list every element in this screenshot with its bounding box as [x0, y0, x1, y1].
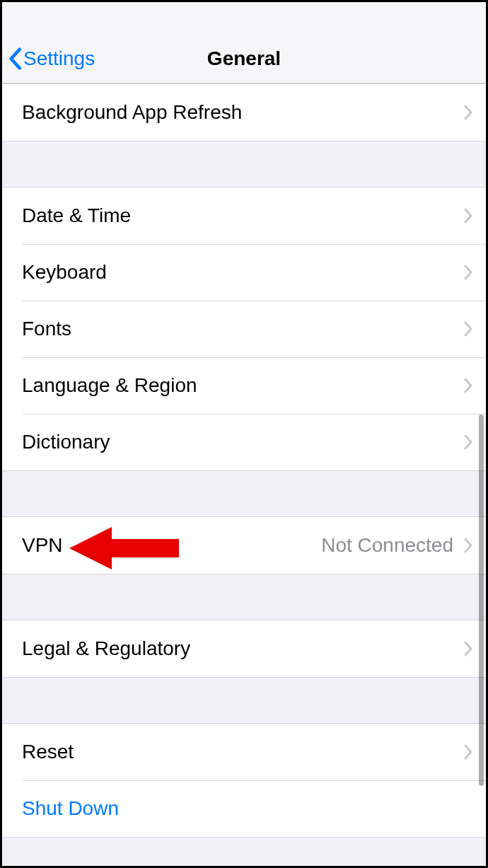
row-background-app-refresh[interactable]: Background App Refresh	[2, 84, 486, 141]
row-fonts[interactable]: Fonts	[2, 301, 486, 357]
row-keyboard[interactable]: Keyboard	[2, 244, 486, 301]
settings-group: ResetShut Down	[2, 723, 486, 838]
settings-group: VPNNot Connected	[2, 516, 486, 574]
chevron-right-icon	[463, 207, 473, 224]
row-date-time[interactable]: Date & Time	[2, 187, 486, 244]
group-gap	[2, 574, 486, 620]
group-gap	[2, 471, 486, 516]
settings-group: Legal & Regulatory	[2, 620, 486, 678]
chevron-right-icon	[463, 104, 473, 121]
row-label: Date & Time	[22, 204, 463, 227]
row-label: Shut Down	[22, 797, 473, 820]
chevron-right-icon	[463, 377, 473, 394]
row-label: Keyboard	[22, 261, 463, 284]
scrollbar[interactable]	[479, 415, 484, 786]
chevron-right-icon	[463, 320, 473, 337]
settings-group: Date & TimeKeyboardFontsLanguage & Regio…	[2, 187, 486, 471]
row-language-region[interactable]: Language & Region	[2, 357, 486, 414]
settings-group: Background App Refresh	[2, 83, 486, 141]
page-title: General	[207, 47, 281, 70]
row-label: Reset	[22, 741, 463, 763]
row-shut-down[interactable]: Shut Down	[2, 780, 486, 837]
row-legal-regulatory[interactable]: Legal & Regulatory	[2, 620, 486, 677]
device-frame: Settings General Background App RefreshD…	[0, 0, 488, 868]
settings-list: Background App RefreshDate & TimeKeyboar…	[2, 83, 486, 866]
chevron-right-icon	[463, 743, 473, 760]
group-gap	[2, 838, 486, 866]
chevron-right-icon	[463, 640, 473, 657]
navbar: Settings General	[2, 2, 486, 83]
chevron-right-icon	[463, 264, 473, 281]
row-label: VPN	[22, 534, 321, 557]
row-reset[interactable]: Reset	[2, 724, 486, 780]
chevron-right-icon	[463, 537, 473, 554]
row-label: Language & Region	[22, 374, 463, 397]
row-vpn[interactable]: VPNNot Connected	[2, 517, 486, 574]
group-gap	[2, 678, 486, 723]
row-dictionary[interactable]: Dictionary	[2, 414, 486, 470]
back-button[interactable]: Settings	[8, 47, 95, 70]
row-label: Legal & Regulatory	[22, 637, 463, 660]
group-gap	[2, 141, 486, 187]
chevron-left-icon	[8, 47, 22, 70]
row-label: Dictionary	[22, 431, 463, 453]
row-detail: Not Connected	[321, 534, 453, 557]
row-label: Fonts	[22, 318, 463, 340]
chevron-right-icon	[463, 434, 473, 451]
row-label: Background App Refresh	[22, 101, 463, 124]
back-label: Settings	[23, 47, 95, 70]
